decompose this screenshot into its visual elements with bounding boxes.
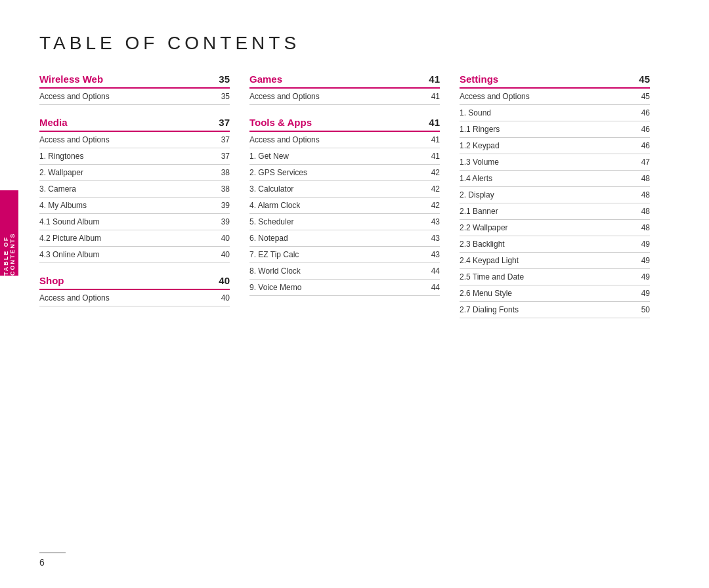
toc-item: 1. Get New41	[249, 148, 440, 165]
toc-item-page: 39	[221, 201, 230, 210]
column-1: Games41Access and Options41Tools & Apps4…	[249, 74, 460, 318]
section-header-0-1: Media37	[39, 117, 230, 132]
section-page: 37	[219, 117, 230, 128]
toc-item-label: 4.2 Picture Album	[39, 234, 101, 243]
toc-item-page: 40	[221, 250, 230, 259]
toc-item-label: Access and Options	[39, 293, 110, 303]
toc-item-page: 43	[431, 250, 440, 259]
toc-item: 1.2 Keypad46	[460, 138, 650, 154]
toc-item-page: 49	[641, 289, 650, 298]
toc-item-label: Access and Options	[249, 92, 320, 101]
section-header-1-0: Games41	[249, 74, 440, 89]
toc-item-page: 47	[641, 158, 650, 167]
toc-item-page: 48	[641, 207, 650, 216]
toc-item-page: 48	[641, 174, 650, 183]
toc-item-label: 1. Ringtones	[39, 152, 83, 161]
toc-item: 4.1 Sound Album39	[39, 214, 230, 230]
toc-item-page: 49	[641, 240, 650, 249]
toc-item-page: 48	[641, 190, 650, 200]
toc-item-page: 38	[221, 168, 230, 177]
toc-item: 9. Voice Memo44	[249, 280, 440, 296]
page-number-line	[39, 553, 66, 553]
toc-item-page: 41	[431, 135, 440, 144]
toc-item-page: 39	[221, 217, 230, 226]
toc-item-label: 2.4 Keypad Light	[460, 256, 519, 265]
toc-item-label: 3. Camera	[39, 184, 76, 194]
toc-item: 2.6 Menu Style49	[460, 285, 650, 302]
toc-item-label: 1. Get New	[249, 152, 289, 161]
toc-item-page: 40	[221, 234, 230, 243]
section-page: 40	[219, 275, 230, 286]
toc-item-page: 42	[431, 168, 440, 177]
toc-item-page: 49	[641, 256, 650, 265]
toc-item: 1.3 Volume47	[460, 154, 650, 171]
toc-item-label: 2.1 Banner	[460, 207, 498, 216]
toc-item-page: 50	[641, 305, 650, 314]
toc-item: 4.2 Picture Album40	[39, 230, 230, 247]
toc-item: 2. Wallpaper38	[39, 165, 230, 181]
toc-item: 3. Camera38	[39, 181, 230, 198]
toc-item-label: 2.3 Backlight	[460, 240, 505, 249]
toc-item-label: 1.4 Alerts	[460, 174, 492, 183]
toc-item-label: 4.3 Online Album	[39, 250, 99, 259]
toc-item: Access and Options41	[249, 89, 440, 105]
toc-item-label: 2.5 Time and Date	[460, 272, 524, 282]
toc-item: 1. Sound46	[460, 105, 650, 121]
section-title: Media	[39, 117, 68, 128]
toc-item: Access and Options41	[249, 132, 440, 148]
page-container: TABLE OF CONTENTS TABLE OF CONTENTS Wire…	[0, 0, 709, 588]
section-page: 41	[429, 117, 440, 128]
toc-item-label: 2.7 Dialing Fonts	[460, 305, 519, 314]
toc-item: 2.4 Keypad Light49	[460, 253, 650, 269]
toc-item: 5. Scheduler43	[249, 214, 440, 230]
toc-item-page: 44	[431, 283, 440, 292]
toc-item: 2.3 Backlight49	[460, 236, 650, 253]
section-page: 45	[639, 74, 650, 85]
columns-container: Wireless Web35Access and Options35Media3…	[39, 74, 670, 318]
toc-item: 2.5 Time and Date49	[460, 269, 650, 285]
section-header-2-0: Settings45	[460, 74, 650, 89]
section-header-0-0: Wireless Web35	[39, 74, 230, 89]
toc-item: 1.1 Ringers46	[460, 121, 650, 138]
toc-item-label: 4. Alarm Clock	[249, 201, 300, 210]
main-content: TABLE OF CONTENTS Wireless Web35Access a…	[39, 33, 670, 549]
toc-item-page: 46	[641, 108, 650, 117]
toc-item-label: 6. Notepad	[249, 234, 288, 243]
page-number: 6	[39, 557, 45, 568]
toc-item-label: Access and Options	[460, 92, 530, 101]
toc-item: 8. World Clock44	[249, 263, 440, 280]
toc-item-page: 44	[431, 266, 440, 276]
toc-item-page: 35	[221, 92, 230, 101]
toc-item-label: Access and Options	[39, 135, 110, 144]
toc-item-page: 41	[431, 92, 440, 101]
toc-item-label: 8. World Clock	[249, 266, 301, 276]
toc-item-label: 4.1 Sound Album	[39, 217, 99, 226]
toc-item-label: 2.6 Menu Style	[460, 289, 512, 298]
toc-item: 2.7 Dialing Fonts50	[460, 302, 650, 318]
toc-item-label: 9. Voice Memo	[249, 283, 301, 292]
toc-item-page: 43	[431, 234, 440, 243]
section-title: Tools & Apps	[249, 117, 312, 128]
toc-item-page: 37	[221, 152, 230, 161]
toc-item-label: Access and Options	[249, 135, 320, 144]
toc-item-label: 1.2 Keypad	[460, 141, 500, 150]
toc-item-page: 49	[641, 272, 650, 282]
toc-item-page: 46	[641, 141, 650, 150]
toc-item-label: 2.2 Wallpaper	[460, 223, 508, 232]
toc-item-label: 2. Display	[460, 190, 494, 200]
section-page: 35	[219, 74, 230, 85]
section-title: Settings	[460, 74, 498, 85]
toc-item: 2. Display48	[460, 187, 650, 203]
toc-item-page: 43	[431, 217, 440, 226]
toc-item-page: 42	[431, 184, 440, 194]
toc-item: 3. Calculator42	[249, 181, 440, 198]
toc-item-label: 2. GPS Services	[249, 168, 307, 177]
toc-item-page: 42	[431, 201, 440, 210]
toc-item: 2.1 Banner48	[460, 203, 650, 220]
toc-item-label: Access and Options	[39, 92, 110, 101]
page-number-area: 6	[39, 553, 66, 568]
page-title: TABLE OF CONTENTS	[39, 33, 670, 54]
side-tab: TABLE OF CONTENTS	[0, 190, 18, 276]
toc-item-label: 1.3 Volume	[460, 158, 499, 167]
toc-item-page: 46	[641, 125, 650, 134]
